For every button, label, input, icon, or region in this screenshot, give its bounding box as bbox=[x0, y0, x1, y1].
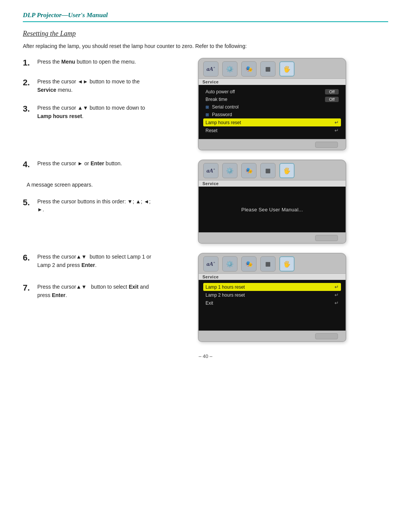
proj-icon-aA: aA+ bbox=[203, 61, 218, 77]
page-number: – 40 – bbox=[199, 353, 212, 359]
screen2-message: Please See User Manual... bbox=[241, 207, 303, 212]
proj-notch-2 bbox=[315, 235, 338, 241]
menu-row-serial: ⊞ Serial control bbox=[203, 103, 341, 111]
page: DLP Projector—User's Manual Resetting th… bbox=[0, 0, 411, 532]
step-1: 1. Press the Menu button to open the men… bbox=[23, 58, 152, 68]
proj-notch-3 bbox=[315, 333, 338, 339]
step-desc-4: Press the cursor ► or Enter button. bbox=[37, 160, 122, 168]
menu-row-password: ⊞ Password bbox=[203, 111, 341, 118]
step-desc-2: Press the cursor ◄► button to move to th… bbox=[37, 78, 152, 94]
proj-icon-hand-3: 🖐 bbox=[279, 256, 295, 272]
section-title: Resetting the Lamp bbox=[23, 30, 388, 38]
step-desc-1: Press the Menu button to open the menu. bbox=[37, 58, 136, 66]
projector-mockup-2: aA+ ⚙️ 🎭 ▦ 🖐 S bbox=[198, 160, 346, 244]
screen2-service-label: Service bbox=[199, 181, 346, 187]
step-3: 3. Press the cursor ▲▼ button to move do… bbox=[23, 104, 152, 120]
screen1-service-label: Service bbox=[199, 79, 346, 85]
step-desc-5: Press the cursor buttons in this order: … bbox=[37, 198, 152, 214]
projector-bottom-bar-3 bbox=[199, 331, 346, 341]
projector-top-bar-1: aA+ ⚙️ 🎭 ▦ 🖐 bbox=[199, 59, 346, 79]
projector-mockup-3: aA+ ⚙️ 🎭 ▦ 🖐 S bbox=[198, 253, 346, 342]
proj-icon-hand-2: 🖐 bbox=[279, 163, 295, 178]
menu-row-lamp1: Lamp 1 hours reset ↵ bbox=[203, 283, 341, 291]
header-bar: DLP Projector—User's Manual bbox=[23, 11, 388, 22]
screen1-menu-area: Auto power off Off Break time Off ⊞ Seri… bbox=[199, 85, 346, 139]
projector-mockup-1: aA+ ⚙️ 🎭 ▦ 🖐 S bbox=[198, 58, 346, 150]
step-number-7: 7. bbox=[23, 283, 37, 293]
step-desc-3: Press the cursor ▲▼ button to move down … bbox=[37, 104, 152, 120]
proj-icon-gear: ⚙️ bbox=[222, 61, 237, 77]
step-number-1: 1. bbox=[23, 58, 37, 68]
step-desc-7: Press the cursor▲▼ button to select Exit… bbox=[37, 283, 152, 299]
menu-row-exit: Exit ↵ bbox=[203, 299, 341, 307]
proj-icon-gear-3: ⚙️ bbox=[222, 256, 237, 272]
step-number-5: 5. bbox=[23, 198, 37, 208]
step-4b-text: A message screen appears. bbox=[27, 181, 152, 189]
proj-icon-film-2: 🎭 bbox=[241, 163, 256, 178]
step-number-6: 6. bbox=[23, 253, 37, 263]
proj-icon-layout-3: ▦ bbox=[260, 256, 276, 272]
step-number-4: 4. bbox=[23, 160, 37, 169]
screen3-menu-area: Lamp 1 hours reset ↵ Lamp 2 hours reset … bbox=[199, 280, 346, 331]
step-4: 4. Press the cursor ► or Enter button. bbox=[23, 160, 152, 169]
step-2: 2. Press the cursor ◄► button to move to… bbox=[23, 78, 152, 94]
projector-bottom-bar-2 bbox=[199, 232, 346, 243]
proj-icon-layout-2: ▦ bbox=[260, 163, 276, 178]
step-7: 7. Press the cursor▲▼ button to select E… bbox=[23, 283, 152, 299]
projector-bottom-bar-1 bbox=[199, 139, 346, 150]
proj-icon-aA-3: aA+ bbox=[203, 256, 218, 272]
header-title: DLP Projector—User's Manual bbox=[23, 11, 108, 19]
screen3-service-label: Service bbox=[199, 274, 346, 280]
step-6: 6. Press the cursor▲▼ button to select L… bbox=[23, 253, 152, 269]
intro-text: After replacing the lamp, you should res… bbox=[23, 42, 388, 50]
proj-notch-1 bbox=[315, 142, 338, 148]
step-number-2: 2. bbox=[23, 78, 37, 88]
proj-icon-hand: 🖐 bbox=[279, 61, 295, 77]
menu-row-auto-power: Auto power off Off bbox=[203, 88, 341, 96]
proj-icon-film-3: 🎭 bbox=[241, 256, 256, 272]
proj-icon-aA-2: aA+ bbox=[203, 163, 218, 178]
proj-icon-film: 🎭 bbox=[241, 61, 256, 77]
projector-top-bar-2: aA+ ⚙️ 🎭 ▦ 🖐 bbox=[199, 160, 346, 181]
proj-screen-1: Service Auto power off Off Break time Of… bbox=[199, 79, 346, 139]
menu-row-reset: Reset ↵ bbox=[203, 126, 341, 134]
proj-screen-2: Service Please See User Manual... bbox=[199, 181, 346, 232]
step-number-3: 3. bbox=[23, 104, 37, 114]
menu-row-lamp-hours: Lamp hours reset ↵ bbox=[203, 118, 341, 126]
proj-screen-3: Service Lamp 1 hours reset ↵ Lamp 2 hour… bbox=[199, 274, 346, 331]
proj-icon-gear-2: ⚙️ bbox=[222, 163, 237, 178]
step-desc-6: Press the cursor▲▼ button to select Lamp… bbox=[37, 253, 152, 269]
step-5: 5. Press the cursor buttons in this orde… bbox=[23, 198, 152, 214]
footer: – 40 – bbox=[23, 353, 388, 359]
screen2-message-area: Please See User Manual... bbox=[199, 187, 346, 232]
projector-top-bar-3: aA+ ⚙️ 🎭 ▦ 🖐 bbox=[199, 254, 346, 274]
menu-row-lamp2: Lamp 2 hours reset ↵ bbox=[203, 291, 341, 299]
proj-icon-layout: ▦ bbox=[260, 61, 276, 77]
menu-row-break-time: Break time Off bbox=[203, 96, 341, 103]
